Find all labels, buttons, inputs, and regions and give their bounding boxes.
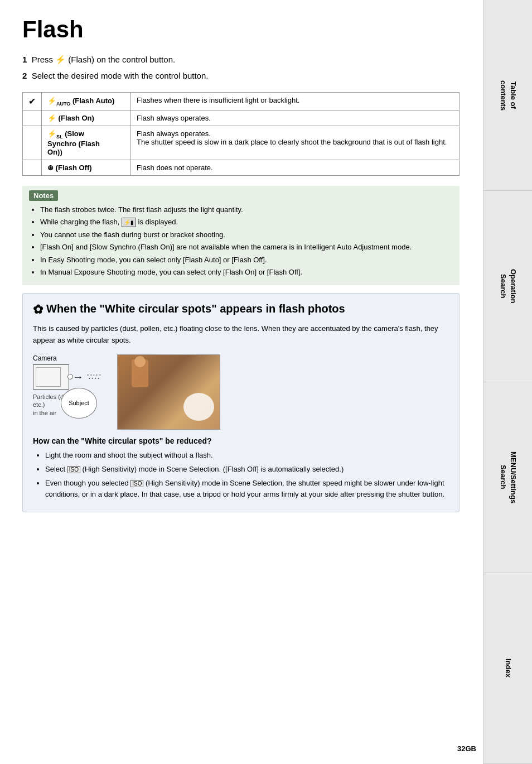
- steps-section: 1 Press ⚡ (Flash) on the control button.…: [22, 54, 460, 82]
- sun-icon: ✿: [33, 302, 43, 318]
- tip-box: ✿ When the "White circular spots" appear…: [22, 293, 460, 512]
- table-cell-mode: ⚡AUTO (Flash Auto): [42, 93, 131, 110]
- list-item: Light the room and shoot the subject wit…: [45, 450, 449, 462]
- step-1: 1 Press ⚡ (Flash) on the control button.: [22, 54, 460, 66]
- list-item: [Flash On] and [Slow Synchro (Flash On)]…: [40, 242, 453, 253]
- table-row: ✔ ⚡AUTO (Flash Auto) Flashes when there …: [23, 93, 460, 110]
- page-title: Flash: [22, 17, 460, 42]
- diagram: Camera → ∵∴∵ Particles (dust, pollen, et…: [33, 354, 449, 430]
- list-item: While charging the flash, ⚡▮ is displaye…: [40, 217, 453, 228]
- sidebar: Table ofcontents OperationSearch MENU/Se…: [483, 0, 532, 764]
- list-item: Select ISO (High Sensitivity) mode in Sc…: [45, 464, 449, 475]
- notes-box: Notes The flash strobes twice. The first…: [22, 186, 460, 285]
- flash-mode-table: ✔ ⚡AUTO (Flash Auto) Flashes when there …: [22, 92, 460, 176]
- step-2: 2 Select the desired mode with the contr…: [22, 70, 460, 83]
- table-row: ⊛ (Flash Off) Flash does not operate.: [23, 160, 460, 175]
- flash-photo-example: [117, 354, 220, 430]
- list-item: The flash strobes twice. The first flash…: [40, 204, 453, 215]
- table-row: ⚡ (Flash On) Flash always operates.: [23, 110, 460, 126]
- sidebar-tab-operation[interactable]: OperationSearch: [483, 191, 532, 382]
- table-cell-desc: Flash always operates. The shutter speed…: [131, 126, 460, 160]
- tip-description: This is caused by particles (dust, polle…: [33, 323, 449, 347]
- table-cell-desc: Flash does not operate.: [131, 160, 460, 175]
- sidebar-tab-toc[interactable]: Table ofcontents: [483, 0, 532, 191]
- table-cell-desc: Flashes when there is insufficient light…: [131, 93, 460, 110]
- list-item: Even though you selected ISO (High Sensi…: [45, 478, 449, 501]
- particles-dots: ∵∴∵: [87, 372, 100, 381]
- list-item: In Easy Shooting mode, you can select on…: [40, 254, 453, 266]
- reduce-list: Light the room and shoot the subject wit…: [33, 450, 449, 501]
- arrow-icon: →: [72, 371, 84, 383]
- table-cell-check: [23, 110, 42, 126]
- table-cell-mode: ⚡ (Flash On): [42, 110, 131, 126]
- table-cell-check: [23, 160, 42, 175]
- page-number: 32GB: [457, 744, 476, 753]
- table-cell-check: [23, 126, 42, 160]
- list-item: You cannot use the flash during burst or…: [40, 229, 453, 241]
- table-cell-mode: ⚡SL (SlowSynchro (FlashOn)): [42, 126, 131, 160]
- subject-oval: Subject: [61, 388, 97, 419]
- reduce-section: How can the "White circular spots" be re…: [33, 436, 449, 501]
- tip-title: ✿ When the "White circular spots" appear…: [33, 301, 449, 318]
- table-cell-check: ✔: [23, 93, 42, 110]
- sidebar-tab-menu[interactable]: MENU/SettingsSearch: [483, 382, 532, 573]
- white-spot: [183, 393, 214, 421]
- table-cell-desc: Flash always operates.: [131, 110, 460, 126]
- notes-title: Notes: [29, 190, 58, 201]
- camera-label: Camera: [33, 354, 57, 362]
- camera-diagram: [33, 364, 69, 390]
- table-cell-mode: ⊛ (Flash Off): [42, 160, 131, 175]
- notes-list: The flash strobes twice. The first flash…: [29, 204, 453, 278]
- table-row: ⚡SL (SlowSynchro (FlashOn)) Flash always…: [23, 126, 460, 160]
- diagram-left: Camera → ∵∴∵ Particles (dust, pollen, et…: [33, 354, 100, 419]
- list-item: In Manual Exposure Shooting mode, you ca…: [40, 267, 453, 278]
- reduce-title: How can the "White circular spots" be re…: [33, 436, 449, 445]
- sidebar-tab-index[interactable]: Index: [483, 573, 532, 764]
